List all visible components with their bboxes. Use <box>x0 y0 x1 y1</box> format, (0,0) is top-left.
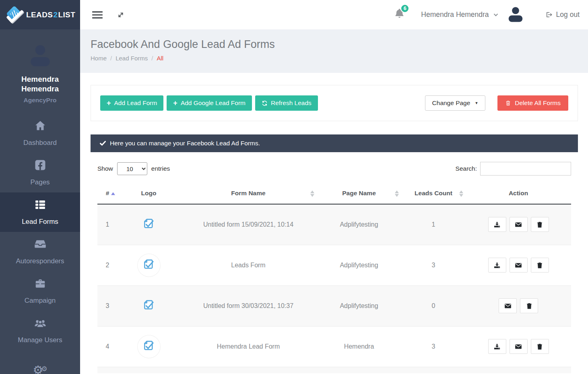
column-header-num[interactable]: # <box>97 184 118 204</box>
sidebar-item-pages[interactable]: Pages <box>0 153 80 192</box>
download-leads-button[interactable] <box>488 258 506 273</box>
refresh-icon <box>262 100 268 106</box>
check-icon <box>100 141 106 146</box>
add-google-lead-form-button[interactable]: + Add Google Lead Form <box>167 95 252 111</box>
user-name: Hemendra Hemendra <box>421 10 489 19</box>
email-leads-button[interactable] <box>510 217 528 232</box>
profile-name: Hemendra Hemendra <box>5 74 75 94</box>
refresh-leads-button[interactable]: Refresh Leads <box>255 95 318 111</box>
sidebar-nav: DashboardPagesLead FormsAutorespondersCa… <box>0 114 80 374</box>
info-banner: Here you can manage your Facebook Lead A… <box>91 134 578 152</box>
sidebar-toggle-button[interactable] <box>92 11 103 19</box>
delete-form-button[interactable] <box>531 339 549 354</box>
user-menu[interactable]: Hemendra Hemendra <box>421 10 498 19</box>
form-logo-icon <box>142 217 156 231</box>
sidebar-item-settings[interactable]: ⚙⚙ <box>0 350 80 374</box>
download-leads-button[interactable] <box>488 217 506 232</box>
table-row-partial <box>97 367 571 373</box>
logout-icon <box>545 11 553 19</box>
breadcrumb: Home/Lead Forms/All <box>91 55 588 62</box>
sidebar-item-dashboard[interactable]: Dashboard <box>0 114 80 153</box>
table-row: 3Untitled form 30/03/2021, 10:37Adplifyt… <box>97 285 571 326</box>
brand-logo[interactable]: LEADS2LIST <box>0 0 80 29</box>
breadcrumb-all: All <box>157 55 163 62</box>
page-name-cell: Adplifytesting <box>317 245 401 285</box>
table-row: 4Hemendra Lead FormHemendra3 <box>97 326 571 367</box>
form-logo-icon <box>142 258 156 272</box>
email-icon <box>515 262 522 269</box>
leads-count-cell: 3 <box>401 326 466 367</box>
sort-icon <box>310 190 314 197</box>
expand-icon <box>116 10 125 19</box>
delete-form-button[interactable] <box>531 258 549 273</box>
page-header: Facebook And Google Lead Ad Forms Home/L… <box>80 29 588 73</box>
sidebar-item-lead-forms[interactable]: Lead Forms <box>0 192 80 232</box>
form-name-cell: Untitled form 15/09/2021, 10:14 <box>180 204 317 245</box>
breadcrumb-home[interactable]: Home <box>91 55 107 62</box>
entries-label: entries <box>151 165 170 172</box>
lead-forms-table-section: Show 10 entries Search: #LogoForm NamePa… <box>91 152 578 373</box>
gears-icon: ⚙⚙ <box>33 364 47 374</box>
email-leads-button[interactable] <box>499 298 517 313</box>
list-icon <box>34 198 46 213</box>
briefcase-icon <box>34 277 46 291</box>
sort-icon <box>459 190 463 197</box>
page-length-select[interactable]: 10 <box>117 162 147 175</box>
logout-button[interactable]: Log out <box>545 10 580 19</box>
sidebar-item-label: Dashboard <box>23 139 57 147</box>
main-area: 6 Hemendra Hemendra Log out Facebook And… <box>80 0 588 374</box>
action-cell <box>466 285 571 326</box>
sidebar-item-label: Lead Forms <box>22 218 58 226</box>
delete-form-button[interactable] <box>520 298 538 313</box>
sort-asc-icon <box>111 192 115 195</box>
table-row: 1Untitled form 15/09/2021, 10:14Adplifyt… <box>97 204 571 245</box>
plus-icon: + <box>107 99 111 107</box>
users-icon <box>34 317 46 331</box>
email-icon <box>515 343 522 350</box>
user-avatar[interactable] <box>506 5 525 25</box>
toolbar-panel: + Add Lead Form + Add Google Lead Form R… <box>91 85 578 121</box>
plus-icon: + <box>173 99 177 107</box>
sidebar-item-manage-users[interactable]: Manage Users <box>0 311 80 350</box>
action-cell <box>466 245 571 285</box>
notifications-button[interactable]: 6 <box>394 8 405 21</box>
brand-name: LEADS2LIST <box>26 10 75 19</box>
table-row: 2Leads FormAdplifytesting3 <box>97 245 571 285</box>
form-logo-icon <box>142 339 156 353</box>
email-leads-button[interactable] <box>510 339 528 354</box>
delete-form-button[interactable] <box>531 217 549 232</box>
sort-icon <box>395 190 399 197</box>
form-name-cell: Hemendra Lead Form <box>180 326 317 367</box>
download-icon <box>493 343 501 350</box>
inbox-icon <box>34 238 46 252</box>
notification-count-badge: 6 <box>400 4 409 13</box>
sidebar-item-autoresponders[interactable]: Autoresponders <box>0 232 80 271</box>
search-input[interactable] <box>480 162 571 176</box>
download-icon <box>493 221 501 228</box>
logo-cell <box>118 285 180 326</box>
search-label: Search: <box>456 165 477 172</box>
breadcrumb-separator: / <box>151 55 153 62</box>
breadcrumb-lead-forms[interactable]: Lead Forms <box>116 55 148 62</box>
logo-cell <box>118 204 180 245</box>
column-header-page-name[interactable]: Page Name <box>317 184 401 204</box>
row-number: 1 <box>97 204 118 245</box>
column-header-form-name[interactable]: Form Name <box>180 184 317 204</box>
trash-icon <box>536 343 543 350</box>
download-leads-button[interactable] <box>488 339 506 354</box>
leads2list-logo-icon <box>5 5 25 25</box>
email-icon <box>504 302 512 310</box>
delete-all-forms-button[interactable]: Delete All Forms <box>497 95 568 111</box>
leads-count-cell: 1 <box>401 204 466 245</box>
sidebar: LEADS2LIST Hemendra Hemendra AgencyPro D… <box>0 0 80 374</box>
fullscreen-button[interactable] <box>116 10 125 19</box>
sidebar-item-campaign[interactable]: Campaign <box>0 271 80 311</box>
change-page-dropdown[interactable]: Change Page ▼ <box>425 95 486 111</box>
email-leads-button[interactable] <box>510 258 528 273</box>
add-lead-form-button[interactable]: + Add Lead Form <box>100 95 163 111</box>
column-header-leads-count[interactable]: Leads Count <box>401 184 466 204</box>
page-name-cell: Adplifytesting <box>317 285 401 326</box>
row-number: 3 <box>97 285 118 326</box>
facebook-icon <box>34 159 46 173</box>
logo-cell <box>118 326 180 367</box>
